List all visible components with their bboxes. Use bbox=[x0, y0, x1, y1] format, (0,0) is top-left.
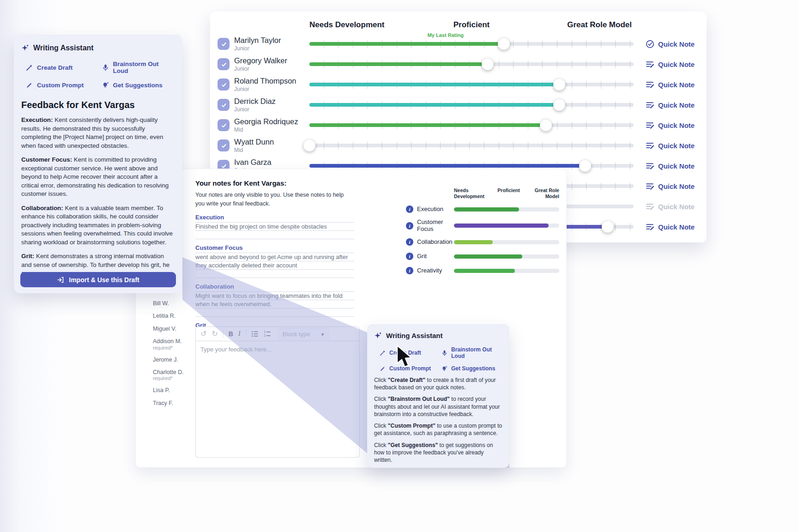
import-draft-button[interactable]: Import & Use this Draft bbox=[20, 272, 176, 287]
quick-note-label: Quick Note bbox=[658, 40, 695, 48]
employee-checkbox[interactable] bbox=[218, 99, 230, 111]
rating-row: Roland Thompson Junior Quick Note bbox=[218, 74, 707, 95]
slider-thumb[interactable] bbox=[579, 160, 591, 172]
mini-chart-row: Customer Focus bbox=[406, 219, 559, 232]
note-field-label[interactable]: Customer Focus bbox=[195, 244, 354, 253]
employee-checkbox[interactable] bbox=[218, 58, 230, 70]
roster-item[interactable]: Letitia R. bbox=[153, 313, 184, 319]
employee-checkbox[interactable] bbox=[218, 119, 230, 131]
employee-name-block: Gregory Walker Junior bbox=[234, 57, 309, 72]
employee-name: Georgia Rodriquez bbox=[234, 118, 309, 126]
info-icon[interactable] bbox=[406, 253, 413, 260]
employee-level: Junior bbox=[234, 86, 309, 92]
slider-thumb[interactable] bbox=[553, 79, 565, 91]
rating-slider[interactable] bbox=[309, 74, 634, 95]
note-field-value[interactable]: Might want to focus on bringing teammate… bbox=[195, 292, 354, 317]
block-type-dropdown[interactable]: Block type bbox=[278, 328, 329, 340]
assistant-action-button[interactable]: Brainstorm Out Loud bbox=[441, 346, 502, 359]
info-icon[interactable] bbox=[406, 206, 413, 213]
assistant-action-button[interactable]: Get Suggestions bbox=[441, 365, 502, 372]
italic-button[interactable]: I bbox=[238, 330, 241, 338]
quick-note-button[interactable]: Quick Note bbox=[646, 60, 695, 69]
quick-note-button[interactable]: Quick Note bbox=[646, 141, 695, 150]
writing-assistant-title: Writing Assistant bbox=[386, 332, 443, 339]
assistant-action-button[interactable]: Brainstorm Out Loud bbox=[102, 60, 175, 74]
slider-fill bbox=[309, 103, 559, 107]
helper-tip: Click "Create Draft" to create a first d… bbox=[374, 376, 502, 391]
slider-thumb[interactable] bbox=[540, 119, 552, 131]
assistant-action-label: Custom Prompt bbox=[37, 82, 84, 89]
rating-slider[interactable] bbox=[309, 115, 634, 135]
editor-toolbar: B I 12 Block type bbox=[195, 326, 360, 341]
rating-slider[interactable] bbox=[309, 95, 634, 115]
bullet-list-icon[interactable] bbox=[251, 330, 259, 338]
mini-chart-bar-fill bbox=[454, 240, 493, 244]
note-field-label[interactable]: Execution bbox=[195, 214, 354, 223]
slider-fill bbox=[309, 164, 585, 168]
check-icon bbox=[220, 122, 227, 129]
slider-thumb[interactable] bbox=[482, 58, 494, 70]
slider-thumb[interactable] bbox=[602, 221, 614, 233]
mini-chart-rows: Execution Customer Focus Collaboration bbox=[406, 205, 559, 275]
quick-note-button[interactable]: Quick Note bbox=[646, 182, 695, 191]
check-icon bbox=[220, 81, 227, 88]
numbered-list-icon[interactable]: 12 bbox=[264, 330, 271, 338]
quick-note-button[interactable]: Quick Note bbox=[646, 162, 695, 170]
tip-pre: Click bbox=[374, 377, 388, 383]
quick-note-button[interactable]: Quick Note bbox=[646, 40, 695, 48]
roster-item[interactable]: Jerome J. bbox=[153, 357, 184, 363]
note-field-value[interactable]: Finished the big project on time despite… bbox=[195, 223, 354, 239]
roster-name: Charlotte D. bbox=[153, 369, 184, 375]
draft-paragraph: Execution: Kent consistently delivers hi… bbox=[21, 116, 175, 150]
roster-name: Addison M. bbox=[153, 338, 182, 345]
quick-note-button[interactable]: Quick Note bbox=[646, 101, 695, 109]
quick-note-button[interactable]: Quick Note bbox=[646, 202, 695, 211]
mini-chart-bar-track bbox=[454, 224, 559, 228]
assistant-action-button[interactable]: Custom Prompt bbox=[26, 82, 99, 89]
slider-thumb[interactable] bbox=[498, 38, 510, 50]
import-draft-label: Import & Use this Draft bbox=[69, 276, 139, 284]
feedback-textarea[interactable] bbox=[195, 341, 360, 458]
lightbulb-icon bbox=[441, 366, 447, 372]
undo-icon[interactable] bbox=[200, 330, 206, 338]
scale-header-proficient: Proficient bbox=[420, 20, 524, 30]
tip-action-name: "Brainstorm Out Loud" bbox=[388, 396, 450, 402]
rating-slider[interactable] bbox=[309, 135, 634, 156]
roster-item[interactable]: Miguel V. bbox=[153, 326, 184, 332]
redo-icon[interactable] bbox=[212, 330, 218, 338]
info-icon[interactable] bbox=[406, 267, 413, 274]
roster-item[interactable]: Bill W. bbox=[153, 300, 184, 307]
check-icon bbox=[220, 61, 227, 68]
roster-item[interactable]: Lisa P. bbox=[153, 387, 184, 393]
quick-note-button[interactable]: Quick Note bbox=[646, 80, 695, 89]
info-icon[interactable] bbox=[406, 238, 413, 246]
employee-level: Junior bbox=[234, 46, 309, 52]
writing-assistant-header: Writing Assistant bbox=[21, 44, 175, 52]
employee-checkbox[interactable] bbox=[218, 38, 230, 50]
slider-thumb[interactable] bbox=[553, 99, 565, 111]
roster-item[interactable]: Tracy F. bbox=[153, 400, 184, 406]
mini-chart-bar-fill bbox=[454, 224, 549, 228]
assistant-action-button[interactable]: Create Draft bbox=[26, 60, 99, 74]
rating-slider[interactable]: My Last Rating bbox=[309, 34, 634, 54]
bold-button[interactable]: B bbox=[229, 330, 233, 338]
assistant-action-button[interactable]: Create Draft bbox=[380, 346, 441, 359]
employee-checkbox[interactable] bbox=[218, 79, 230, 91]
note-pencil-icon bbox=[646, 223, 654, 231]
note-field-label[interactable]: Collaboration bbox=[195, 283, 354, 292]
quick-note-button[interactable]: Quick Note bbox=[646, 121, 695, 130]
roster-required-tag: required* bbox=[153, 375, 184, 381]
info-icon[interactable] bbox=[406, 222, 413, 230]
employee-checkbox[interactable] bbox=[218, 139, 230, 151]
assistant-action-button[interactable]: Get Suggestions bbox=[102, 82, 175, 89]
assistant-action-label: Brainstorm Out Loud bbox=[113, 60, 175, 74]
note-field-value[interactable]: went above and beyond to get Acme up and… bbox=[195, 253, 354, 278]
slider-thumb[interactable] bbox=[303, 139, 315, 151]
assistant-action-label: Custom Prompt bbox=[389, 365, 431, 372]
rating-row: Derrick Diaz Junior Quick Note bbox=[218, 95, 707, 115]
rating-slider[interactable] bbox=[309, 54, 634, 74]
quick-note-button[interactable]: Quick Note bbox=[646, 223, 695, 231]
assistant-action-button[interactable]: Custom Prompt bbox=[380, 365, 441, 372]
roster-item[interactable]: Charlotte D. required* bbox=[153, 369, 184, 381]
roster-item[interactable]: Addison M. required* bbox=[153, 338, 184, 350]
